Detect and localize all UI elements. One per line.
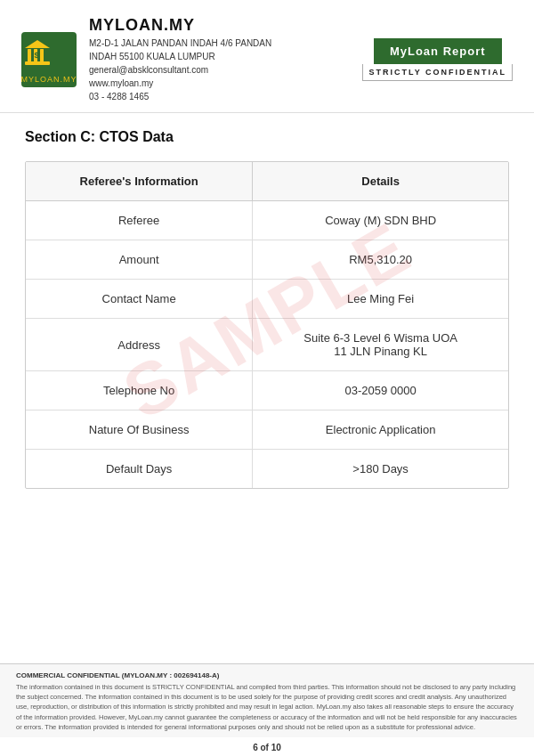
row-label: Telephone No — [26, 371, 253, 411]
table-row: Contact NameLee Ming Fei — [26, 280, 508, 319]
report-subtitle: STRICTLY CONFIDENTIAL — [362, 64, 513, 81]
content: SAMPLE Referee's Information Details Ref… — [0, 154, 534, 663]
logo-icon: $ — [21, 37, 77, 73]
report-title: MyLoan Report — [374, 38, 502, 64]
row-label: Default Days — [26, 450, 253, 489]
footer: COMMERCIAL CONFIDENTIAL (MYLOAN.MY : 002… — [0, 663, 534, 737]
table-row: Nature Of BusinessElectronic Application — [26, 411, 508, 450]
svg-text:$: $ — [34, 51, 38, 60]
logo: $ MYLOAN.MY — [21, 32, 77, 87]
row-label: Contact Name — [26, 280, 253, 319]
table-row: AddressSuite 6-3 Level 6 Wisma UOA11 JLN… — [26, 319, 508, 371]
svg-rect-3 — [40, 49, 44, 61]
svg-rect-0 — [25, 61, 50, 65]
row-label: Referee — [26, 201, 253, 240]
row-value: >180 Days — [253, 450, 508, 489]
row-value: Suite 6-3 Level 6 Wisma UOA11 JLN Pinang… — [253, 319, 508, 371]
page: $ MYLOAN.MY MYLOAN.MY M2-D-1 JALAN PANDA… — [0, 0, 534, 756]
referee-table-container: SAMPLE Referee's Information Details Ref… — [25, 161, 509, 489]
table-row: Telephone No03-2059 0000 — [26, 371, 508, 411]
table-header-row: Referee's Information Details — [26, 162, 508, 201]
company-info: MYLOAN.MY M2-D-1 JALAN PANDAN INDAH 4/6 … — [89, 16, 362, 103]
company-name: MYLOAN.MY — [89, 16, 362, 35]
report-badge: MyLoan Report STRICTLY CONFIDENTIAL — [362, 38, 513, 81]
header: $ MYLOAN.MY MYLOAN.MY M2-D-1 JALAN PANDA… — [0, 0, 534, 113]
col1-header: Referee's Information — [26, 162, 253, 201]
row-value: RM5,310.20 — [253, 240, 508, 280]
row-value: Electronic Application — [253, 411, 508, 450]
col2-header: Details — [253, 162, 508, 201]
row-value: Coway (M) SDN BHD — [253, 201, 508, 240]
row-label: Nature Of Business — [26, 411, 253, 450]
table-row: Default Days>180 Days — [26, 450, 508, 489]
footer-page: 6 of 10 — [0, 737, 534, 756]
section-title: Section C: CTOS Data — [0, 113, 534, 154]
row-value: Lee Ming Fei — [253, 280, 508, 319]
row-label: Address — [26, 319, 253, 371]
table-row: RefereeCoway (M) SDN BHD — [26, 201, 508, 240]
company-details: M2-D-1 JALAN PANDAN INDAH 4/6 PANDAN IND… — [89, 37, 362, 103]
row-value: 03-2059 0000 — [253, 371, 508, 411]
footer-disclaimer-title: COMMERCIAL CONFIDENTIAL (MYLOAN.MY : 002… — [16, 671, 518, 679]
row-label: Amount — [26, 240, 253, 280]
svg-marker-4 — [25, 40, 50, 48]
footer-disclaimer-text: The information contained in this docume… — [16, 682, 518, 732]
referee-table: Referee's Information Details RefereeCow… — [26, 162, 508, 488]
table-row: AmountRM5,310.20 — [26, 240, 508, 280]
svg-rect-1 — [28, 49, 31, 61]
logo-label: MYLOAN.MY — [21, 75, 77, 84]
